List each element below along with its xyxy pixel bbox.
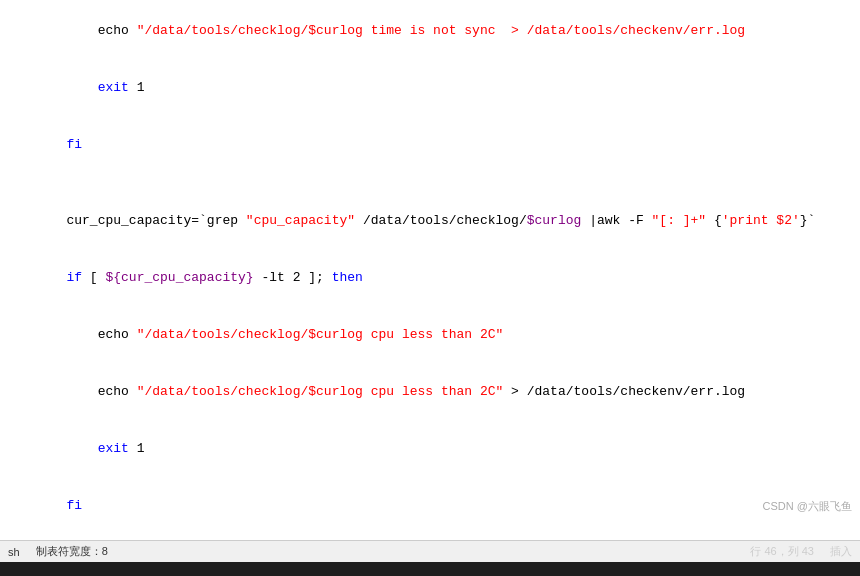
code-line-cpu6: fi bbox=[0, 477, 860, 534]
code-line-cpu3: echo "/data/tools/checklog/$curlog cpu l… bbox=[0, 306, 860, 363]
watermark: CSDN @六眼飞鱼 bbox=[763, 499, 852, 514]
insert-mode: 插入 bbox=[830, 544, 852, 559]
code-line-1: echo "/data/tools/checklog/$curlog time … bbox=[0, 2, 860, 59]
code-line-cpu5: exit 1 bbox=[0, 420, 860, 477]
code-line-blank1 bbox=[0, 173, 860, 192]
code-line-cpu2: if [ ${cur_cpu_capacity} -lt 2 ]; then bbox=[0, 249, 860, 306]
code-editor: echo "/data/tools/checklog/$curlog time … bbox=[0, 0, 860, 540]
status-left: sh 制表符宽度：8 bbox=[8, 544, 108, 559]
code-line-cpu4: echo "/data/tools/checklog/$curlog cpu l… bbox=[0, 363, 860, 420]
shell-indicator[interactable]: sh bbox=[8, 546, 20, 558]
code-text: echo bbox=[66, 23, 136, 38]
code-line-3: fi bbox=[0, 116, 860, 173]
cursor-position: 行 46，列 43 bbox=[750, 544, 814, 559]
table-width: 制表符宽度：8 bbox=[36, 544, 108, 559]
code-line-cpu1: cur_cpu_capacity=`grep "cpu_capacity" /d… bbox=[0, 192, 860, 249]
status-right: 行 46，列 43 插入 bbox=[750, 544, 852, 559]
status-bar: sh 制表符宽度：8 行 46，列 43 插入 bbox=[0, 540, 860, 562]
code-content[interactable]: echo "/data/tools/checklog/$curlog time … bbox=[0, 0, 860, 540]
code-line-2: exit 1 bbox=[0, 59, 860, 116]
code-line-blank2 bbox=[0, 534, 860, 540]
code-text: "/data/tools/checklog/$curlog time is no… bbox=[137, 23, 746, 38]
